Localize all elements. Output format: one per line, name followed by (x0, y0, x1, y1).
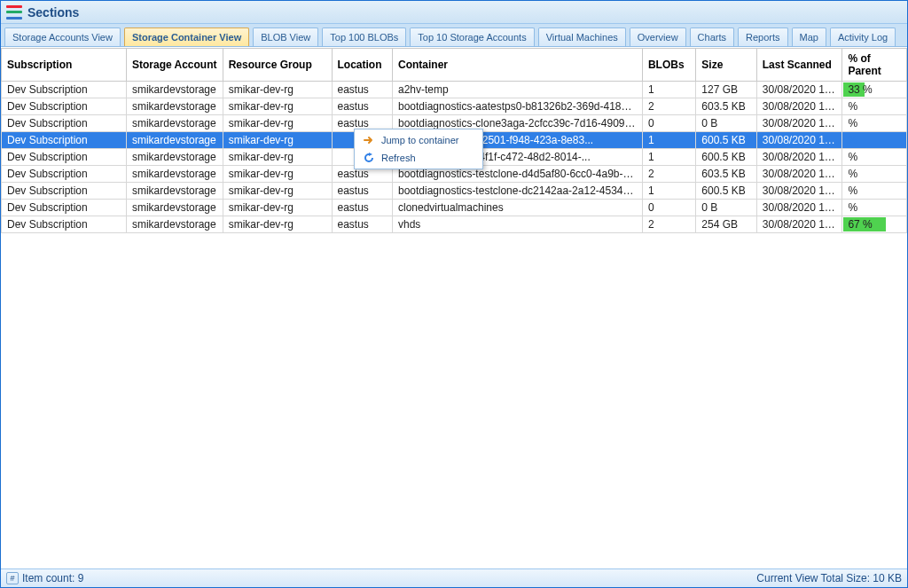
cell[interactable]: smikardevstorage (126, 166, 223, 183)
cell[interactable]: 30/08/2020 14:... (756, 216, 842, 233)
cell[interactable]: 1 (642, 82, 695, 98)
context-menu-item[interactable]: Jump to container (356, 131, 481, 149)
cell[interactable]: smikardevstorage (126, 82, 223, 98)
cell[interactable]: smikardevstorage (126, 115, 223, 132)
cell[interactable]: 0 B (696, 200, 756, 216)
cell[interactable]: 600.5 KB (696, 132, 756, 149)
cell[interactable]: 30/08/2020 14:... (756, 200, 842, 216)
cell[interactable]: eastus (332, 183, 392, 200)
pct-cell[interactable]: % (842, 115, 907, 132)
cell[interactable]: Dev Subscription (2, 166, 127, 183)
cell[interactable]: smikar-dev-rg (223, 98, 332, 115)
cell[interactable]: 30/08/2020 14:... (756, 115, 842, 132)
cell[interactable]: Dev Subscription (2, 200, 127, 216)
cell[interactable]: smikardevstorage (126, 216, 223, 233)
table-row[interactable]: Dev Subscriptionsmikardevstoragesmikar-d… (2, 183, 907, 200)
cell[interactable]: smikardevstorage (126, 183, 223, 200)
cell[interactable]: Dev Subscription (2, 82, 127, 98)
column-header[interactable]: Resource Group (223, 49, 332, 82)
cell[interactable]: smikardevstorage (126, 132, 223, 149)
cell[interactable]: 2 (642, 98, 695, 115)
context-menu-item[interactable]: Refresh (356, 149, 481, 167)
cell[interactable]: Dev Subscription (2, 183, 127, 200)
cell[interactable]: 0 (642, 115, 695, 132)
column-header[interactable]: Last Scanned (756, 49, 842, 82)
tab-overview[interactable]: Overview (630, 27, 686, 46)
tab-map[interactable]: Map (792, 27, 826, 46)
cell[interactable]: smikardevstorage (126, 98, 223, 115)
cell[interactable]: smikar-dev-rg (223, 115, 332, 132)
tab-top-10-storage-accounts[interactable]: Top 10 Storage Accounts (410, 27, 534, 46)
cell[interactable]: 0 (642, 200, 695, 216)
cell[interactable]: Dev Subscription (2, 216, 127, 233)
cell[interactable]: bootdiagnostics-aatestps0-b81326b2-369d-… (392, 98, 642, 115)
cell[interactable]: Dev Subscription (2, 149, 127, 166)
cell[interactable]: 127 GB (696, 82, 756, 98)
tab-virtual-machines[interactable]: Virtual Machines (538, 27, 626, 46)
tab-top-100-blobs[interactable]: Top 100 BLOBs (322, 27, 406, 46)
cell[interactable]: eastus (332, 216, 392, 233)
cell[interactable]: a2hv-temp (392, 82, 642, 98)
tab-activity-log[interactable]: Activity Log (830, 27, 896, 46)
cell[interactable]: 1 (642, 183, 695, 200)
cell[interactable]: smikardevstorage (126, 149, 223, 166)
table-row[interactable]: Dev Subscriptionsmikardevstoragesmikar-d… (2, 98, 907, 115)
cell[interactable]: 1 (642, 149, 695, 166)
tab-storage-accounts-view[interactable]: Storage Accounts View (4, 27, 121, 46)
cell[interactable]: smikar-dev-rg (223, 166, 332, 183)
cell[interactable]: eastus (332, 82, 392, 98)
cell[interactable]: Dev Subscription (2, 98, 127, 115)
column-header[interactable]: BLOBs (642, 49, 695, 82)
cell[interactable]: 30/08/2020 14:... (756, 132, 842, 149)
tab-charts[interactable]: Charts (690, 27, 734, 46)
pct-cell[interactable]: 67 % (842, 216, 907, 233)
cell[interactable]: eastus (332, 98, 392, 115)
pct-cell[interactable]: % (842, 149, 907, 166)
cell[interactable]: smikar-dev-rg (223, 200, 332, 216)
cell[interactable]: bootdiagnostics-testclone-dc2142aa-2a12-… (392, 183, 642, 200)
cell[interactable]: 600.5 KB (696, 149, 756, 166)
column-header[interactable]: % of Parent (842, 49, 907, 82)
cell[interactable]: Dev Subscription (2, 132, 127, 149)
column-header[interactable]: Subscription (2, 49, 127, 82)
pct-cell[interactable]: % (842, 132, 907, 149)
column-header[interactable]: Container (392, 49, 642, 82)
tab-reports[interactable]: Reports (738, 27, 788, 46)
column-header[interactable]: Location (332, 49, 392, 82)
context-menu[interactable]: Jump to containerRefresh (354, 129, 483, 169)
cell[interactable]: smikar-dev-rg (223, 149, 332, 166)
pct-cell[interactable]: 33 % (842, 82, 907, 98)
column-header[interactable]: Storage Account (126, 49, 223, 82)
cell[interactable]: 30/08/2020 14:... (756, 166, 842, 183)
pct-cell[interactable]: % (842, 98, 907, 115)
cell[interactable]: 30/08/2020 14:... (756, 98, 842, 115)
column-header[interactable]: Size (696, 49, 756, 82)
cell[interactable]: 603.5 KB (696, 166, 756, 183)
cell[interactable]: eastus (332, 200, 392, 216)
table-row[interactable]: Dev Subscriptionsmikardevstoragesmikar-d… (2, 200, 907, 216)
cell[interactable]: smikardevstorage (126, 200, 223, 216)
cell[interactable]: vhds (392, 216, 642, 233)
cell[interactable]: 600.5 KB (696, 183, 756, 200)
header-row[interactable]: SubscriptionStorage AccountResource Grou… (2, 49, 907, 82)
cell[interactable]: 0 B (696, 115, 756, 132)
cell[interactable]: 30/08/2020 14:... (756, 183, 842, 200)
cell[interactable]: 254 GB (696, 216, 756, 233)
pct-cell[interactable]: % (842, 183, 907, 200)
tab-storage-container-view[interactable]: Storage Container View (124, 27, 249, 46)
cell[interactable]: clonedvirtualmachines (392, 200, 642, 216)
table-row[interactable]: Dev Subscriptionsmikardevstoragesmikar-d… (2, 216, 907, 233)
cell[interactable]: 2 (642, 166, 695, 183)
cell[interactable]: smikar-dev-rg (223, 82, 332, 98)
cell[interactable]: 30/08/2020 14:... (756, 149, 842, 166)
cell[interactable]: Dev Subscription (2, 115, 127, 132)
cell[interactable]: 2 (642, 216, 695, 233)
pct-cell[interactable]: % (842, 200, 907, 216)
cell[interactable]: smikar-dev-rg (223, 183, 332, 200)
cell[interactable]: 30/08/2020 14:... (756, 82, 842, 98)
cell[interactable]: 1 (642, 132, 695, 149)
cell[interactable]: smikar-dev-rg (223, 132, 332, 149)
table-row[interactable]: Dev Subscriptionsmikardevstoragesmikar-d… (2, 82, 907, 98)
cell[interactable]: 603.5 KB (696, 98, 756, 115)
pct-cell[interactable]: % (842, 166, 907, 183)
